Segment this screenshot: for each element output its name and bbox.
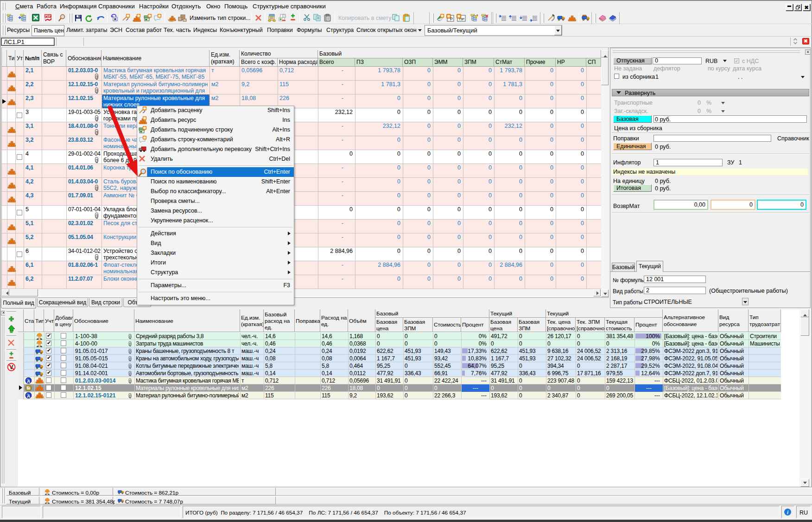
svg-text:P: P xyxy=(450,17,453,21)
svg-text:✱: ✱ xyxy=(143,126,146,130)
svg-text:✱: ✱ xyxy=(158,14,161,18)
svg-text:М: М xyxy=(27,386,30,390)
svg-text:✱: ✱ xyxy=(148,14,152,18)
svg-text:✱: ✱ xyxy=(143,107,146,111)
svg-text:✱: ✱ xyxy=(143,136,146,140)
svg-text:✱: ✱ xyxy=(143,116,146,120)
svg-text:ПР: ПР xyxy=(459,17,464,21)
svg-text:PDF: PDF xyxy=(45,14,51,18)
svg-text:Д: Д xyxy=(27,379,30,383)
svg-text:✱: ✱ xyxy=(137,14,140,18)
svg-text:✱: ✱ xyxy=(127,14,130,18)
svg-text:⚕: ⚕ xyxy=(182,16,184,19)
svg-text:Д: Д xyxy=(27,394,30,398)
svg-text:✖: ✖ xyxy=(114,18,117,21)
svg-text:✱: ✱ xyxy=(441,14,444,18)
